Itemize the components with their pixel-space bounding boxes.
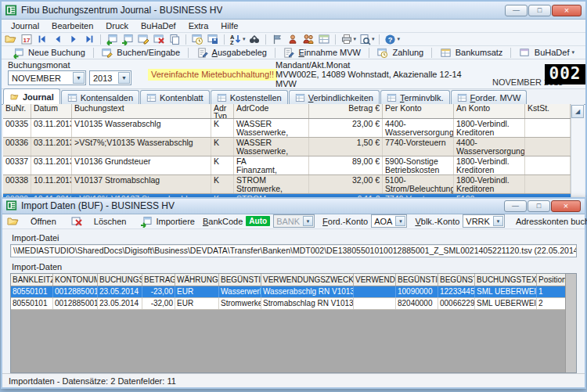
- action-toolbar: Neue Buchung Buchen/Eingabe Ausgabebeleg…: [2, 46, 585, 59]
- import-row[interactable]: 805501010012885001 23.05.2014-32,00 EURS…: [11, 298, 568, 310]
- bank-statement-button[interactable]: Bankumsatz: [432, 47, 511, 59]
- income-mvw-button[interactable]: Einnahme MVW: [275, 47, 368, 59]
- preview-caret[interactable]: ▾: [372, 36, 375, 42]
- sort-icon[interactable]: AZ: [229, 33, 243, 45]
- journal-row[interactable]: 0033603.11.2013 >VSt7%;V10135 Wasserabsc…: [3, 138, 571, 156]
- adresskonten-label: Adresskonten buchen: [516, 217, 587, 226]
- menu-druck[interactable]: Druck: [99, 20, 135, 31]
- import-row-selected[interactable]: 805501010012885001 23.05.2014-23,00 EURW…: [11, 286, 568, 298]
- payment-button[interactable]: Zahlung: [369, 47, 431, 59]
- user-icon[interactable]: [286, 33, 300, 45]
- first-record-icon[interactable]: [35, 33, 49, 45]
- sort-caret[interactable]: ▾: [243, 36, 246, 42]
- tab-journal[interactable]: Journal: [3, 88, 60, 104]
- dialog-minimize-button[interactable]: —: [504, 200, 527, 212]
- journal-row[interactable]: 0033703.11.2013 V10136 GrundsteuerK FA F…: [3, 156, 571, 175]
- open-icon[interactable]: [7, 215, 20, 228]
- buhadef-button[interactable]: BuHaDef▾: [511, 47, 582, 59]
- dialog-toolbar: Öffnen Löschen Importiere BankCode Auto …: [2, 214, 585, 230]
- tab-kontenblatt[interactable]: Kontenblatt: [140, 90, 210, 104]
- bank-select[interactable]: BANK▼: [273, 214, 315, 228]
- print-caret[interactable]: ▾: [354, 36, 357, 42]
- menubar: Journal Bearbeiten Druck BuHaDef Extra H…: [2, 20, 585, 33]
- edit-record-icon[interactable]: [136, 33, 150, 45]
- close-button[interactable]: ×: [552, 5, 582, 16]
- print-icon[interactable]: [340, 33, 354, 45]
- journal-row[interactable]: 0033810.11.2013 V10137 StromabschlagK ST…: [3, 175, 571, 194]
- notice-banner: Vereinfachte Mietebuchhaltung!!: [148, 69, 277, 81]
- insert-record-icon[interactable]: [105, 33, 119, 45]
- ford-konto-label: Ford.-Konto: [322, 217, 368, 226]
- journal-header: BuNr.Datum BuchungstextAdr Typ AdrCodeBe…: [3, 104, 571, 119]
- import-grid-header: BANKLEITZKONTONUM BUCHUNGSBETRAG WÄHRUNG…: [11, 274, 568, 286]
- svg-text:17: 17: [23, 37, 31, 44]
- chevron-down-icon[interactable]: ▼: [73, 72, 85, 84]
- next-record-icon[interactable]: [67, 33, 81, 45]
- address-table-icon[interactable]: [317, 33, 331, 45]
- copy-record-icon[interactable]: [167, 33, 182, 45]
- dialog-title: Import Daten (BUF) - BUSINESS HV: [21, 200, 175, 211]
- delete-record-icon[interactable]: [152, 33, 166, 45]
- schedule-window-icon[interactable]: [190, 33, 204, 45]
- minimize-button[interactable]: —: [505, 5, 528, 16]
- screen: Fibu Buchungszentrum Journal - BUSINESS …: [0, 0, 587, 392]
- grid-options-button[interactable]: ◢: [571, 105, 584, 118]
- load-record-icon[interactable]: [121, 33, 135, 45]
- ford-konto-select[interactable]: AOA▼: [371, 214, 407, 228]
- dialog-maximize-button[interactable]: □: [528, 200, 550, 212]
- dialog-body: Import-Datei \\MEDIASTUDIO\SharedDocs\Di…: [2, 229, 585, 373]
- main-titlebar[interactable]: Fibu Buchungszentrum Journal - BUSINESS …: [2, 2, 585, 20]
- import-file-path[interactable]: \\MEDIASTUDIO\SharedDocs\Digisoft\Busine…: [10, 244, 577, 257]
- delete-button[interactable]: Löschen: [86, 217, 135, 226]
- journal-row[interactable]: 0033503.11.2013 V10135 WasserabschlgK WA…: [3, 119, 571, 138]
- dialog-titlebar[interactable]: Import Daten (BUF) - BUSINESS HV — □ ×: [2, 199, 585, 214]
- print-preview-icon[interactable]: [358, 33, 372, 45]
- help-icon[interactable]: ?: [384, 33, 398, 45]
- dialog-close-button[interactable]: ×: [551, 200, 581, 212]
- svg-text:Z: Z: [230, 39, 234, 45]
- menu-bearbeiten[interactable]: Bearbeiten: [45, 20, 99, 31]
- maximize-button[interactable]: □: [528, 5, 551, 16]
- month-select[interactable]: NOVEMBER▼: [8, 70, 86, 85]
- tab-terminvblk[interactable]: Terminvblk.: [380, 90, 450, 104]
- open-button[interactable]: Öffnen: [23, 217, 64, 226]
- delete-icon[interactable]: [70, 215, 83, 228]
- flag-icon[interactable]: [270, 33, 284, 45]
- window-title: Fibu Buchungszentrum Journal - BUSINESS …: [21, 5, 222, 16]
- booking-entry-button[interactable]: Buchen/Eingabe: [93, 47, 188, 59]
- last-record-icon[interactable]: [82, 33, 96, 45]
- app-icon: [6, 200, 17, 211]
- import-grid: BANKLEITZKONTONUM BUCHUNGSBETRAG WÄHRUNG…: [10, 273, 577, 373]
- record-counter: 002: [545, 64, 585, 85]
- calendar-icon[interactable]: 17: [20, 33, 34, 45]
- chevron-down-icon[interactable]: ▼: [118, 72, 130, 84]
- mandant-address: MVW002E, 14089 Wohnstadt, Akazienalle 12…: [275, 70, 462, 79]
- tab-kostenstellen[interactable]: Kostenstellen: [211, 90, 288, 104]
- menu-hilfe[interactable]: Hilfe: [214, 20, 244, 31]
- menu-buhadef[interactable]: BuHaDef: [135, 20, 182, 31]
- vblk-konto-label: Vblk.-Konto: [415, 217, 459, 226]
- search-icon[interactable]: [247, 33, 261, 45]
- infobar: Buchungsmonat NOVEMBER▼ 2013▼ Vereinfach…: [2, 59, 585, 89]
- save-window-icon[interactable]: [206, 33, 220, 45]
- vblk-konto-select[interactable]: VRRK▼: [463, 214, 505, 228]
- mandant-label: Mandant/Akt.Monat: [275, 60, 462, 70]
- import-button[interactable]: Importiere: [156, 217, 195, 226]
- expense-doc-button[interactable]: Ausgabebeleg: [189, 47, 275, 59]
- import-icon[interactable]: [140, 215, 153, 228]
- open-icon[interactable]: [4, 33, 18, 45]
- prev-record-icon[interactable]: [51, 33, 65, 45]
- menu-extra[interactable]: Extra: [182, 20, 215, 31]
- menu-journal[interactable]: Journal: [5, 20, 45, 31]
- tab-verbindlichkeiten[interactable]: Verbindlichkeiten: [289, 90, 380, 104]
- tab-kontensalden[interactable]: Kontensalden: [61, 90, 139, 104]
- import-grid-scrollbar[interactable]: [565, 274, 576, 372]
- users-icon[interactable]: [301, 33, 315, 45]
- app-icon: [5, 5, 17, 16]
- chevron-down-icon[interactable]: ▼: [493, 216, 503, 226]
- new-booking-button[interactable]: Neue Buchung: [5, 47, 93, 59]
- chevron-down-icon[interactable]: ▼: [395, 216, 405, 226]
- help-caret[interactable]: ▾: [398, 36, 401, 42]
- tab-forder-mvw[interactable]: Forder. MVW: [451, 90, 528, 104]
- year-select[interactable]: 2013▼: [89, 70, 131, 85]
